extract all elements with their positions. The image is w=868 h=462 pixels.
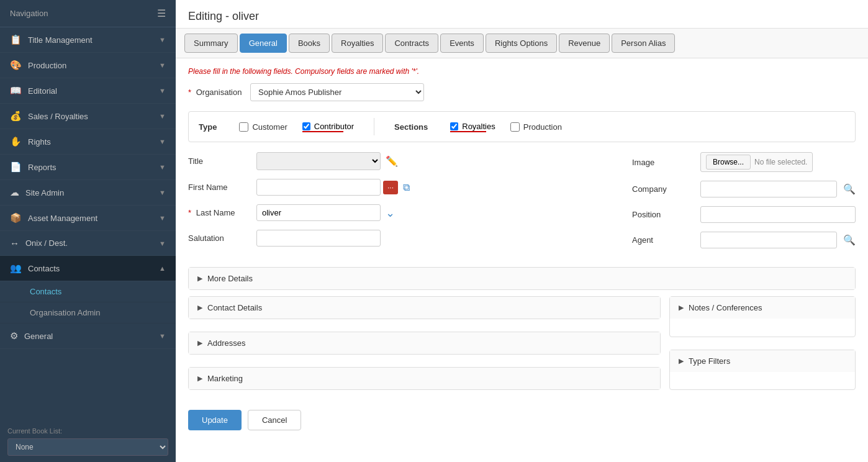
first-name-input[interactable] — [256, 179, 381, 196]
sidebar-item-rights[interactable]: ✋ Rights ▼ — [0, 129, 176, 155]
sidebar-item-asset-management[interactable]: 📦 Asset Management ▼ — [0, 206, 176, 231]
company-input[interactable] — [700, 181, 837, 197]
sidebar-item-label: Site Admin — [25, 188, 159, 197]
marketing-header[interactable]: ▶ Marketing — [189, 368, 660, 389]
customer-label: Customer — [252, 122, 287, 132]
type-label: Type — [199, 122, 217, 132]
sidebar-sub-org-admin[interactable]: Organisation Admin — [0, 302, 176, 324]
tab-bar: Summary General Books Royalties Contract… — [176, 29, 868, 58]
title-label: Title — [188, 156, 256, 166]
royalties-underline — [450, 131, 486, 132]
notes-conferences-header[interactable]: ▶ Notes / Conferences — [670, 297, 855, 319]
title-edit-btn[interactable]: ✏️ — [383, 154, 400, 168]
sidebar-item-label: General — [24, 332, 159, 341]
form-fields-section: Title ✏️ First Name ··· ⧉ — [188, 152, 856, 257]
sidebar-item-label: Asset Management — [28, 214, 159, 223]
editorial-icon: 📖 — [10, 85, 22, 96]
action-bar: Update Cancel — [188, 402, 856, 438]
image-label: Image — [632, 158, 700, 167]
sidebar-item-editorial[interactable]: 📖 Editorial ▼ — [0, 78, 176, 104]
contact-details-label: Contact Details — [207, 303, 262, 312]
image-row: Image Browse... No file selected. — [632, 152, 856, 172]
addresses-arrow-icon: ▶ — [197, 339, 202, 347]
sidebar-header: Navigation ☰ — [0, 0, 176, 27]
sidebar-item-label: Sales / Royalties — [28, 112, 159, 121]
agent-search-btn[interactable]: 🔍 — [843, 234, 856, 246]
sidebar-item-general[interactable]: ⚙ General ▼ — [0, 324, 176, 349]
contacts-icon: 👥 — [10, 263, 22, 274]
type-filters-arrow-icon: ▶ — [679, 357, 684, 365]
sidebar-item-title-management[interactable]: 📋 Title Management ▼ — [0, 27, 176, 53]
chevron-down-icon: ▼ — [159, 240, 166, 247]
contributor-checkbox[interactable] — [302, 122, 310, 130]
tab-rights-options[interactable]: Rights Options — [486, 34, 557, 53]
first-name-extra-btn[interactable]: ··· — [383, 181, 398, 194]
first-name-input-group: ··· ⧉ — [256, 179, 607, 196]
sidebar-item-label: Contacts — [28, 264, 159, 273]
cancel-button[interactable]: Cancel — [248, 410, 301, 430]
tab-general[interactable]: General — [240, 34, 287, 53]
chevron-down-icon: ▼ — [159, 87, 166, 94]
current-book-section: Current Book List: None — [0, 421, 176, 462]
company-row: Company 🔍 — [632, 181, 856, 197]
first-name-copy-btn[interactable]: ⧉ — [400, 181, 412, 194]
more-details-label: More Details — [207, 274, 253, 283]
marketing-label: Marketing — [207, 374, 243, 383]
sidebar-item-reports[interactable]: 📄 Reports ▼ — [0, 155, 176, 180]
salutation-label: Salutation — [188, 233, 256, 243]
company-input-group: 🔍 — [700, 181, 856, 197]
organisation-select[interactable]: Sophie Amos Publisher — [250, 83, 424, 101]
royalties-checkbox[interactable] — [450, 122, 458, 130]
type-filters-header[interactable]: ▶ Type Filters — [670, 350, 855, 372]
chevron-down-icon: ▼ — [159, 214, 166, 222]
contact-details-header[interactable]: ▶ Contact Details — [189, 297, 660, 319]
more-details-header[interactable]: ▶ More Details — [189, 268, 855, 289]
sidebar-item-sales-royalties[interactable]: 💰 Sales / Royalties ▼ — [0, 104, 176, 129]
customer-checkbox[interactable] — [239, 122, 248, 132]
production-checkbox[interactable] — [510, 122, 520, 132]
tab-events[interactable]: Events — [440, 34, 484, 53]
agent-input[interactable] — [700, 232, 837, 248]
royalties-item: Royalties — [450, 122, 495, 132]
sidebar-item-contacts[interactable]: 👥 Contacts ▲ — [0, 256, 176, 281]
main-content: Editing - oliver Summary General Books R… — [176, 0, 868, 462]
chevron-down-icon: ▼ — [159, 112, 166, 120]
salutation-input[interactable] — [256, 230, 381, 247]
company-search-btn[interactable]: 🔍 — [843, 183, 856, 195]
sidebar-sub-org-admin-label: Organisation Admin — [30, 308, 100, 317]
sidebar-item-onix-dest[interactable]: ↔ Onix / Dest. ▼ — [0, 231, 176, 256]
bottom-panels-row: ▶ Contact Details ▶ Addresses ▶ Marketin… — [188, 296, 856, 396]
title-management-icon: 📋 — [10, 34, 22, 45]
sidebar-sub-contacts-label: Contacts — [30, 287, 61, 296]
sidebar-item-site-admin[interactable]: ☁ Site Admin ▼ — [0, 180, 176, 206]
chevron-down-icon: ▼ — [159, 332, 166, 340]
addresses-header[interactable]: ▶ Addresses — [189, 332, 660, 354]
production-item: Production — [510, 122, 562, 132]
position-input[interactable] — [700, 206, 856, 223]
tab-summary[interactable]: Summary — [184, 34, 238, 53]
tab-revenue[interactable]: Revenue — [559, 34, 610, 53]
production-label: Production — [523, 122, 562, 132]
contributor-item: Contributor — [302, 122, 354, 132]
menu-icon[interactable]: ☰ — [157, 7, 166, 19]
last-name-input[interactable] — [256, 204, 381, 221]
tab-person-alias[interactable]: Person Alias — [612, 34, 675, 53]
sidebar-sub-contacts[interactable]: Contacts — [0, 281, 176, 302]
current-book-select[interactable]: None — [7, 438, 168, 456]
last-name-dropdown-btn[interactable]: ⌄ — [383, 205, 397, 221]
company-label: Company — [632, 184, 700, 194]
agent-row: Agent 🔍 — [632, 232, 856, 248]
title-select[interactable] — [256, 152, 381, 170]
royalties-label: Royalties — [462, 122, 495, 131]
tab-books[interactable]: Books — [289, 34, 330, 53]
type-filters-panel: ▶ Type Filters — [669, 350, 856, 391]
tab-royalties[interactable]: Royalties — [332, 34, 383, 53]
notes-conferences-label: Notes / Conferences — [689, 303, 762, 312]
sidebar-item-production[interactable]: 🎨 Production ▼ — [0, 53, 176, 78]
contact-details-arrow-icon: ▶ — [197, 304, 202, 312]
sidebar-item-label: Editorial — [28, 86, 159, 96]
update-button[interactable]: Update — [188, 410, 242, 430]
browse-button[interactable]: Browse... — [706, 155, 751, 170]
sidebar-item-label: Title Management — [28, 35, 159, 45]
tab-contracts[interactable]: Contracts — [385, 34, 438, 53]
